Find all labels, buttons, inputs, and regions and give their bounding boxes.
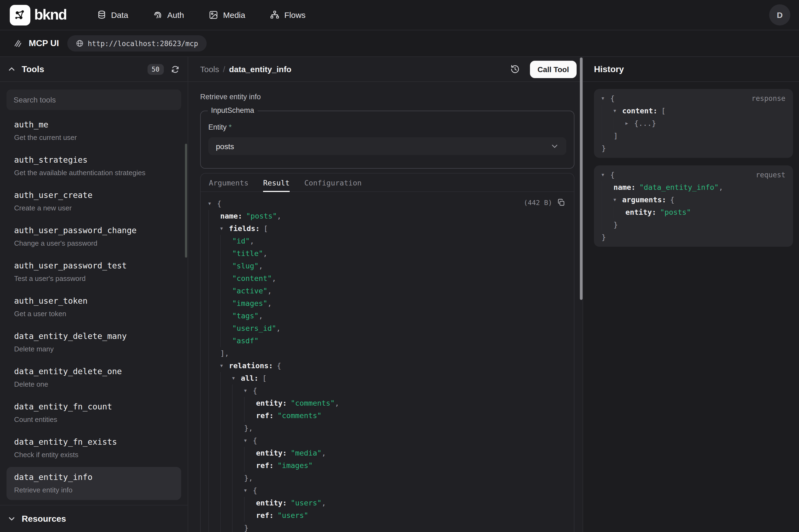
fingerprint-icon — [153, 10, 163, 20]
json-line: ▼arguments:{ — [602, 194, 785, 206]
json-line: ] — [602, 130, 785, 142]
search-input[interactable] — [6, 90, 181, 110]
history-header: History — [583, 57, 799, 82]
json-line: ▼fields:[ — [208, 222, 565, 235]
tool-name: auth_user_password_test — [14, 261, 174, 271]
required-mark: * — [229, 123, 232, 131]
collapse-toggle-icon[interactable]: ▼ — [613, 104, 622, 117]
indent-guide — [208, 434, 220, 447]
history-entry-response[interactable]: response▼{▼content:[▶{...}]} — [594, 89, 793, 158]
tool-list-item-auth_strategies[interactable]: auth_strategiesGet the available authent… — [6, 150, 181, 183]
collapse-toggle-icon[interactable]: ▼ — [602, 92, 610, 104]
tab-configuration[interactable]: Configuration — [304, 173, 362, 191]
top-navigation: bknd DataAuthMediaFlows D — [0, 0, 799, 31]
tool-description: Retrieve entity info — [14, 486, 174, 495]
tab-result[interactable]: Result — [263, 173, 290, 191]
tab-arguments[interactable]: Arguments — [209, 173, 248, 191]
result-tab-panel: ArgumentsResultConfiguration (442 B) ▼{n… — [200, 173, 574, 532]
indent-guide — [244, 497, 256, 509]
database-icon — [97, 10, 106, 20]
tool-name: auth_me — [14, 120, 174, 130]
tool-description: Get the current user — [14, 133, 174, 142]
indent-guide — [220, 509, 232, 522]
collapse-toggle-icon[interactable]: ▼ — [220, 360, 229, 372]
indent-guide — [232, 447, 244, 459]
history-toggle-button[interactable] — [508, 62, 522, 76]
globe-icon — [76, 40, 83, 47]
resources-section-header[interactable]: Resources — [0, 505, 188, 532]
sidebar-scrollbar[interactable] — [185, 144, 187, 258]
collapse-toggle-icon[interactable]: ▼ — [244, 384, 253, 397]
result-json-tree: ▼{name:"posts",▼fields:["id","title","sl… — [208, 197, 565, 532]
indent-guide — [220, 484, 232, 497]
user-avatar[interactable]: D — [769, 4, 790, 25]
indent-guide — [220, 322, 232, 335]
collapse-toggle-icon[interactable]: ▼ — [232, 372, 241, 384]
tools-section-header[interactable]: Tools 50 — [0, 57, 188, 82]
refresh-tools-button[interactable] — [169, 63, 181, 75]
json-punctuation: ] — [613, 130, 618, 142]
content-scrollbar[interactable] — [580, 57, 583, 300]
breadcrumb-separator: / — [223, 64, 225, 74]
tool-list-item-data_entity_delete_many[interactable]: data_entity_delete_manyDelete many — [6, 326, 181, 359]
tool-name: data_entity_fn_exists — [14, 437, 174, 448]
json-line: } — [602, 231, 785, 244]
call-tool-button[interactable]: Call Tool — [530, 60, 577, 78]
indent-guide — [208, 297, 220, 310]
tool-name: auth_strategies — [14, 155, 174, 166]
copy-icon[interactable] — [557, 198, 565, 207]
json-line: "tags", — [208, 310, 565, 322]
tools-sidebar: Tools 50 auth_meGet the current userauth… — [0, 57, 188, 532]
nav-item-data[interactable]: Data — [97, 10, 128, 20]
collapse-toggle-icon[interactable]: ▼ — [244, 484, 253, 497]
json-line: ▼{ — [208, 434, 565, 447]
collapse-toggle-icon[interactable]: ▼ — [602, 169, 610, 181]
json-line: entity:"users", — [208, 497, 565, 509]
indent-guide — [220, 497, 232, 509]
nav-item-media[interactable]: Media — [209, 10, 245, 20]
entity-select[interactable]: posts — [208, 137, 566, 155]
tool-list-item-data_entity_delete_one[interactable]: data_entity_delete_oneDelete one — [6, 361, 181, 394]
collapse-toggle-icon[interactable]: ▼ — [208, 197, 217, 210]
tool-list-item-data_entity_fn_exists[interactable]: data_entity_fn_existsCheck if entity exi… — [6, 432, 181, 465]
tool-name: data_entity_fn_count — [14, 402, 174, 412]
tool-list-item-auth_me[interactable]: auth_meGet the current user — [6, 114, 181, 148]
collapse-toggle-icon[interactable]: ▼ — [220, 222, 229, 235]
nav-item-auth[interactable]: Auth — [153, 10, 184, 20]
history-entry-request[interactable]: request▼{name:"data_entity_info",▼argume… — [594, 166, 793, 247]
nav-item-label: Flows — [284, 10, 305, 20]
indent-guide — [232, 497, 244, 509]
indent-guide — [220, 447, 232, 459]
breadcrumb-root[interactable]: Tools — [200, 64, 219, 74]
indent-guide — [220, 272, 232, 285]
json-punctuation: ], — [220, 347, 229, 360]
collapse-toggle-icon[interactable]: ▼ — [244, 434, 253, 447]
indent-guide — [208, 210, 220, 222]
indent-guide — [220, 260, 232, 272]
app-window: bknd DataAuthMediaFlows D MCP UI http://… — [0, 0, 799, 532]
tool-list-item-data_entity_fn_count[interactable]: data_entity_fn_countCount entities — [6, 396, 181, 430]
json-string: "images" — [232, 297, 267, 310]
indent-guide — [613, 117, 625, 130]
history-clock-icon — [510, 64, 520, 74]
json-line: } — [208, 522, 565, 532]
indent-guide — [208, 410, 220, 422]
collapse-toggle-icon[interactable]: ▼ — [613, 194, 622, 206]
resources-section-title: Resources — [22, 514, 66, 524]
tool-list-item-auth_user_token[interactable]: auth_user_tokenGet a user token — [6, 291, 181, 324]
tool-list-item-data_entity_info[interactable]: data_entity_infoRetrieve entity info — [6, 467, 181, 500]
indent-guide — [208, 335, 220, 347]
server-url-pill[interactable]: http://localhost:28623/mcp — [67, 35, 207, 52]
json-punctuation: , — [259, 260, 263, 272]
json-line: "active", — [208, 285, 565, 297]
bknd-logo[interactable]: bknd — [10, 5, 66, 25]
indent-guide — [208, 509, 220, 522]
indent-guide — [208, 459, 220, 472]
nav-item-flows[interactable]: Flows — [270, 10, 305, 20]
indent-guide — [208, 522, 220, 532]
tool-list-item-auth_user_password_test[interactable]: auth_user_password_testTest a user's pas… — [6, 255, 181, 288]
json-line: "content", — [208, 272, 565, 285]
expand-toggle-icon[interactable]: ▶ — [625, 117, 634, 130]
tool-list-item-auth_user_create[interactable]: auth_user_createCreate a new user — [6, 185, 181, 218]
tool-list-item-auth_user_password_change[interactable]: auth_user_password_changeChange a user's… — [6, 220, 181, 253]
